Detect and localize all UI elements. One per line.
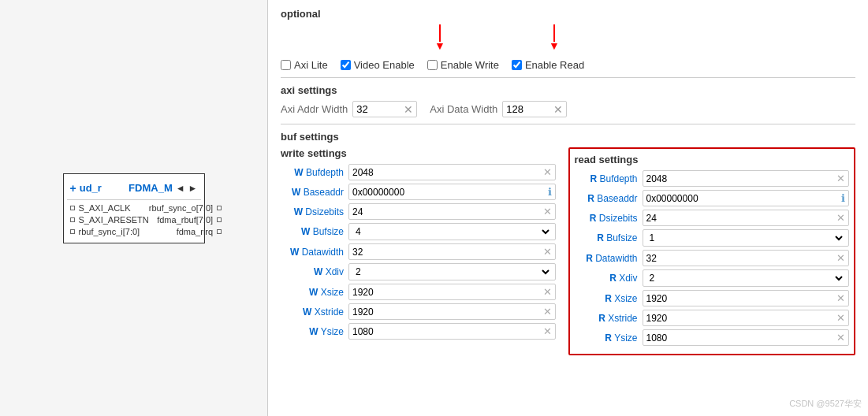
write-datawidth-input[interactable] bbox=[352, 247, 543, 258]
arrow-annotations: ▼ ▼ bbox=[281, 24, 855, 59]
read-xdiv-select[interactable]: 1 2 4 bbox=[646, 272, 846, 284]
enable-write-checkbox[interactable] bbox=[427, 60, 438, 70]
read-xsize-label: R Xsize bbox=[575, 293, 638, 304]
write-xstride-row: W Xstride ✕ bbox=[281, 303, 556, 320]
video-enable-label: Video Enable bbox=[354, 59, 415, 71]
write-baseaddr-info-icon[interactable]: ℹ bbox=[548, 186, 552, 198]
write-read-row: write settings W Bufdepth ✕ W Baseaddr bbox=[281, 147, 855, 355]
checkbox-axi-lite[interactable]: Axi Lite bbox=[281, 59, 328, 71]
write-xsize-label: W Xsize bbox=[281, 287, 344, 298]
port-s-axi-aresetn: S_AXI_ARESETN bbox=[70, 215, 149, 225]
block-expand-button[interactable]: + bbox=[70, 182, 76, 195]
read-ysize-input[interactable] bbox=[646, 332, 837, 344]
write-xsize-clear-icon[interactable]: ✕ bbox=[543, 286, 552, 298]
write-xdiv-row: W Xdiv 1 2 4 bbox=[281, 263, 556, 280]
optional-title: optional bbox=[281, 8, 855, 20]
read-datawidth-clear-icon[interactable]: ✕ bbox=[836, 252, 845, 264]
read-datawidth-row: R Datawidth ✕ bbox=[575, 250, 850, 266]
axi-addr-width-group: Axi Addr Width ✕ bbox=[281, 101, 417, 117]
write-xsize-input[interactable] bbox=[352, 287, 543, 298]
write-settings-column: write settings W Bufdepth ✕ W Baseaddr bbox=[281, 147, 556, 355]
write-ysize-input-wrap: ✕ bbox=[348, 323, 556, 340]
axi-lite-label: Axi Lite bbox=[294, 59, 328, 71]
axi-data-width-clear-icon[interactable]: ✕ bbox=[553, 104, 563, 115]
write-ysize-row: W Ysize ✕ bbox=[281, 323, 556, 340]
write-bufdepth-clear-icon[interactable]: ✕ bbox=[543, 166, 552, 178]
read-xstride-input-wrap: ✕ bbox=[643, 310, 850, 326]
read-settings-column: read settings R Bufdepth ✕ R Baseaddr bbox=[568, 147, 856, 355]
read-ysize-clear-icon[interactable]: ✕ bbox=[836, 332, 845, 344]
port-right: rbuf_sync_o[7:0] fdma_rbuf[7:0] fdma_rir… bbox=[149, 203, 222, 236]
write-dsizebits-input[interactable] bbox=[352, 206, 543, 217]
write-xdiv-select[interactable]: 1 2 4 bbox=[352, 266, 552, 278]
read-dsizebits-input-wrap: ✕ bbox=[643, 210, 850, 226]
read-bufsize-row: R Bufsize 1 2 4 8 bbox=[575, 229, 850, 247]
read-bufsize-select[interactable]: 1 2 4 8 bbox=[646, 232, 846, 244]
read-baseaddr-info-icon[interactable]: ℹ bbox=[841, 192, 845, 204]
read-bufdepth-input[interactable] bbox=[646, 173, 837, 184]
write-xstride-clear-icon[interactable]: ✕ bbox=[543, 306, 552, 318]
read-xstride-input[interactable] bbox=[646, 313, 837, 324]
buf-settings-title: buf settings bbox=[281, 131, 855, 143]
arrow-enable-read: ▼ bbox=[549, 24, 560, 51]
block-title: ud_r bbox=[80, 182, 102, 194]
write-dsizebits-row: W Dsizebits ✕ bbox=[281, 203, 556, 220]
checkbox-video-enable[interactable]: Video Enable bbox=[341, 59, 415, 71]
write-xstride-input[interactable] bbox=[352, 306, 543, 318]
enable-write-label: Enable Write bbox=[441, 59, 499, 71]
arrow-enable-write: ▼ bbox=[434, 24, 445, 51]
axi-data-width-input[interactable] bbox=[506, 103, 553, 115]
write-xdiv-select-wrap: 1 2 4 bbox=[348, 263, 556, 280]
read-dsizebits-row: R Dsizebits ✕ bbox=[575, 210, 850, 226]
write-datawidth-clear-icon[interactable]: ✕ bbox=[543, 246, 552, 258]
write-dsizebits-clear-icon[interactable]: ✕ bbox=[543, 206, 552, 217]
divider-1 bbox=[281, 77, 855, 78]
write-bufsize-select-wrap: 1 2 4 8 bbox=[348, 223, 556, 240]
buf-settings-section: buf settings write settings W Bufdepth ✕ bbox=[281, 131, 855, 355]
write-baseaddr-row: W Baseaddr ℹ bbox=[281, 184, 556, 200]
axi-settings-title: axi settings bbox=[281, 84, 855, 96]
write-bufdepth-label: W Bufdepth bbox=[281, 167, 344, 178]
read-bufdepth-clear-icon[interactable]: ✕ bbox=[836, 173, 845, 184]
write-ysize-label: W Ysize bbox=[281, 326, 344, 337]
read-baseaddr-input-wrap: ℹ bbox=[643, 190, 850, 206]
axi-addr-width-clear-icon[interactable]: ✕ bbox=[404, 104, 413, 115]
read-dsizebits-input[interactable] bbox=[646, 213, 837, 224]
read-xsize-input[interactable] bbox=[646, 293, 837, 304]
write-xsize-row: W Xsize ✕ bbox=[281, 284, 556, 300]
write-ysize-input[interactable] bbox=[352, 326, 543, 337]
read-baseaddr-input[interactable] bbox=[646, 193, 842, 204]
optional-section: optional ▼ ▼ Axi Lite bbox=[281, 8, 855, 71]
read-dsizebits-clear-icon[interactable]: ✕ bbox=[836, 212, 845, 224]
video-enable-checkbox[interactable] bbox=[341, 60, 351, 70]
axi-addr-width-input[interactable] bbox=[356, 103, 404, 115]
write-baseaddr-input[interactable] bbox=[352, 187, 548, 198]
write-baseaddr-input-wrap: ℹ bbox=[348, 184, 556, 200]
write-bufdepth-input[interactable] bbox=[352, 167, 543, 178]
write-bufsize-select[interactable]: 1 2 4 8 bbox=[352, 225, 552, 238]
read-baseaddr-row: R Baseaddr ℹ bbox=[575, 190, 850, 206]
block-right-title: FDMA_M bbox=[129, 182, 173, 194]
read-datawidth-input-wrap: ✕ bbox=[643, 250, 850, 266]
port-s-axi-aclk: S_AXI_ACLK bbox=[70, 203, 149, 213]
read-bufdepth-row: R Bufdepth ✕ bbox=[575, 170, 850, 187]
read-ysize-input-wrap: ✕ bbox=[643, 329, 850, 346]
axi-lite-checkbox[interactable] bbox=[281, 60, 291, 70]
read-xsize-clear-icon[interactable]: ✕ bbox=[836, 292, 845, 304]
read-xstride-clear-icon[interactable]: ✕ bbox=[836, 312, 845, 324]
checkbox-enable-read[interactable]: Enable Read bbox=[512, 59, 584, 71]
right-arrow-icon[interactable]: ► bbox=[188, 183, 198, 194]
write-datawidth-input-wrap: ✕ bbox=[348, 243, 556, 260]
write-datawidth-row: W Datawidth ✕ bbox=[281, 243, 556, 260]
write-bufdepth-input-wrap: ✕ bbox=[348, 164, 556, 180]
checkbox-enable-write[interactable]: Enable Write bbox=[427, 59, 499, 71]
read-datawidth-input[interactable] bbox=[646, 253, 837, 264]
write-ysize-clear-icon[interactable]: ✕ bbox=[543, 325, 552, 337]
port-fdma-rbuf: fdma_rbuf[7:0] bbox=[149, 215, 222, 225]
write-bufsize-label: W Bufsize bbox=[281, 226, 344, 237]
enable-read-checkbox[interactable] bbox=[512, 60, 522, 70]
port-left: S_AXI_ACLK S_AXI_ARESETN rbuf_sync_i[7:0… bbox=[70, 203, 149, 236]
left-arrow-icon[interactable]: ◄ bbox=[176, 183, 185, 194]
read-bufsize-label: R Bufsize bbox=[575, 232, 638, 243]
axi-settings-section: axi settings Axi Addr Width ✕ Axi Data W… bbox=[281, 84, 855, 117]
